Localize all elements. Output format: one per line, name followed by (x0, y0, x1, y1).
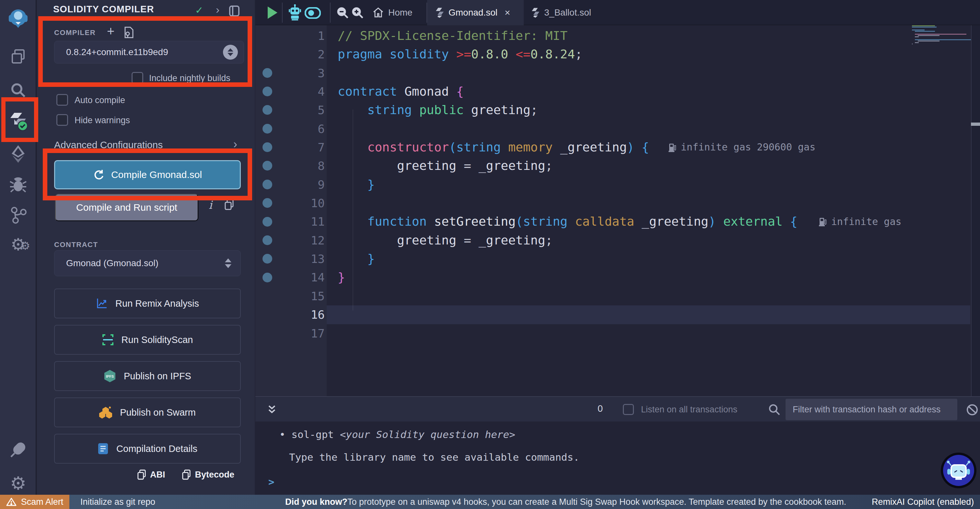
gutter-dot[interactable] (262, 254, 272, 263)
gutter-dot[interactable] (262, 235, 272, 245)
run-remix-analysis-button[interactable]: Run Remix Analysis (54, 289, 241, 318)
compile-and-run-button[interactable]: Compile and Run script (55, 194, 198, 221)
tab-ballot[interactable]: 3_Ballot.sol (524, 0, 599, 25)
info-icon[interactable]: i (209, 198, 212, 211)
gutter-dot[interactable] (262, 180, 272, 189)
bytecode-label: Bytecode (195, 470, 234, 480)
code-line-5: string public greeting; (338, 101, 797, 119)
settings-icon[interactable]: ⚙ (0, 473, 36, 494)
line-number[interactable]: 7 (288, 138, 325, 156)
zoom-in-icon[interactable] (351, 6, 364, 20)
tab-gmonad[interactable]: Gmonad.sol × (427, 0, 524, 25)
terminal[interactable]: • sol-gpt <your Solidity question here> … (255, 421, 980, 495)
remix-logo[interactable] (0, 8, 36, 29)
run-solidityscan-button[interactable]: Run SolidityScan (54, 325, 241, 355)
did-you-know-label: Did you know? (285, 497, 347, 507)
add-compiler-icon[interactable]: + (107, 24, 115, 38)
gutter-dot[interactable] (262, 68, 272, 78)
line-number[interactable]: 1 (288, 27, 325, 45)
line-number[interactable]: 16 (288, 305, 325, 324)
zoom-out-icon[interactable] (336, 6, 349, 20)
line-number[interactable]: 10 (288, 194, 325, 212)
license-badge-icon[interactable] (124, 26, 134, 40)
gas-estimate-widget: infinite gas (819, 216, 902, 227)
deploy-run-icon[interactable] (0, 145, 36, 163)
scrollbar-thumb[interactable] (971, 123, 980, 126)
code-line-3 (338, 64, 797, 82)
clear-terminal-icon[interactable] (966, 403, 979, 418)
gas-estimate-text: infinite gas 290600 gas (681, 141, 815, 153)
hide-warnings-checkbox[interactable] (56, 114, 68, 126)
file-explorer-icon[interactable] (0, 48, 36, 65)
gutter-dot[interactable] (262, 198, 272, 208)
run-script-play-button[interactable] (266, 6, 279, 21)
scam-alert-label: Scam Alert (21, 497, 64, 507)
select-updown-icon (223, 45, 238, 60)
compile-button[interactable]: Compile Gmonad.sol (54, 160, 241, 189)
collapse-panel-icon[interactable]: › (216, 3, 220, 16)
line-number[interactable]: 14 (288, 268, 325, 287)
code-line-15 (338, 287, 797, 305)
init-git-repo-button[interactable]: Initialize as git repo (80, 497, 155, 507)
close-tab-icon[interactable]: × (504, 7, 511, 18)
gutter-dot[interactable] (262, 86, 272, 96)
publish-on-swarm-button[interactable]: Publish on Swarm (54, 397, 241, 427)
nightly-builds-label: Include nightly builds (149, 73, 231, 83)
nightly-builds-checkbox[interactable] (132, 72, 143, 84)
line-number[interactable]: 12 (288, 231, 325, 250)
code-line-2: pragma solidity >=0.8.0 <=0.8.24; (338, 45, 797, 64)
line-number[interactable]: 2 (288, 45, 325, 64)
listen-transactions-checkbox[interactable] (623, 404, 634, 415)
line-number[interactable]: 5 (288, 101, 325, 119)
scrollbar-track[interactable] (971, 25, 980, 396)
line-number[interactable]: 17 (288, 324, 325, 343)
terminal-search-icon[interactable] (768, 403, 780, 417)
publish-on-ipfs-button[interactable]: IPFSPublish on IPFS (54, 361, 241, 391)
debugger-icon[interactable] (0, 176, 36, 193)
copilot-status[interactable]: RemixAI Copilot (enabled) (872, 497, 974, 507)
line-number[interactable]: 15 (288, 287, 325, 305)
gutter-dot[interactable] (262, 142, 272, 152)
line-number[interactable]: 4 (288, 82, 325, 101)
search-icon[interactable] (0, 82, 36, 99)
gutter-dot[interactable] (262, 124, 272, 134)
gutter-dot[interactable] (262, 217, 272, 227)
tip-text: To prototype on a uniswap v4 hooks, you … (347, 497, 846, 507)
auto-compile-checkbox[interactable] (56, 94, 68, 106)
copy-icon[interactable] (224, 199, 234, 211)
code-editor[interactable]: 1234567891011121314151617 // SPDX-Licens… (255, 25, 980, 396)
contract-select[interactable]: Gmonad (Gmonad.sol) (54, 250, 241, 276)
select-arrows-icon (225, 258, 231, 268)
advanced-chevron-icon[interactable]: › (233, 137, 237, 151)
line-number[interactable]: 13 (288, 250, 325, 268)
gutter-dot[interactable] (262, 273, 272, 282)
pin-panel-icon[interactable] (229, 5, 240, 19)
line-number[interactable]: 11 (288, 212, 325, 231)
plug-icon[interactable] (0, 441, 36, 458)
scam-alert-button[interactable]: Scam Alert (0, 495, 69, 509)
line-number[interactable]: 9 (288, 176, 325, 194)
line-number[interactable]: 3 (288, 64, 325, 82)
compiler-version-select[interactable]: 0.8.24+commit.e11b9ed9 (54, 41, 244, 64)
transaction-filter-input[interactable] (786, 399, 957, 420)
ai-robot-icon[interactable] (288, 4, 301, 22)
compilation-details-button[interactable]: Compilation Details (54, 434, 241, 464)
minimap-line (915, 42, 919, 43)
copy-bytecode-button[interactable]: Bytecode (182, 469, 234, 480)
compile-success-check-icon: ✓ (195, 5, 203, 16)
plugin-manager-icon[interactable]: ⚙⚙ (0, 235, 36, 254)
listen-transactions-label: Listen on all transactions (641, 405, 737, 415)
line-number[interactable]: 8 (288, 156, 325, 175)
minimap[interactable] (912, 25, 970, 396)
git-icon[interactable] (0, 206, 36, 224)
theme-toggle[interactable] (305, 7, 321, 20)
collapse-terminal-icon[interactable] (266, 404, 277, 417)
fuel-icon (819, 217, 827, 226)
solidity-compiler-icon[interactable] (0, 109, 36, 134)
copy-abi-button[interactable]: ABI (137, 469, 165, 480)
line-number[interactable]: 6 (288, 120, 325, 138)
advanced-configurations[interactable]: Advanced Configurations (54, 139, 163, 150)
terminal-prompt[interactable]: > (268, 476, 275, 488)
tab-home[interactable]: Home (366, 0, 420, 25)
remix-ai-assistant-button[interactable] (941, 453, 977, 488)
